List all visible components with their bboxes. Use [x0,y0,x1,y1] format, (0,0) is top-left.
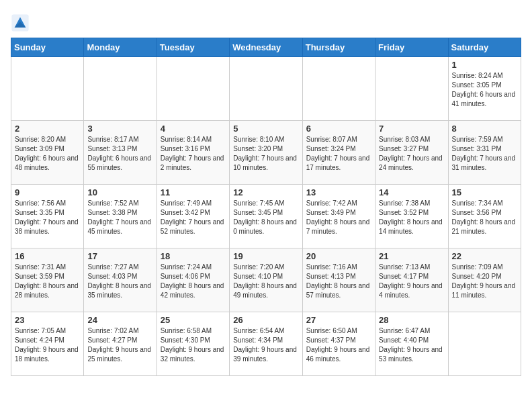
calendar-cell-5-5: 27Sunrise: 6:50 AM Sunset: 4:37 PM Dayli… [302,312,375,376]
day-number: 20 [306,251,371,261]
day-info: Sunrise: 7:05 AM Sunset: 4:24 PM Dayligh… [15,326,80,364]
calendar-cell-5-4: 26Sunrise: 6:54 AM Sunset: 4:34 PM Dayli… [230,312,302,376]
day-number: 4 [161,124,226,134]
day-info: Sunrise: 7:42 AM Sunset: 3:49 PM Dayligh… [306,199,371,236]
calendar-week-2: 2Sunrise: 8:20 AM Sunset: 3:09 PM Daylig… [11,121,521,185]
day-number: 9 [15,187,80,197]
calendar-cell-1-2 [84,57,157,121]
calendar-cell-5-7 [448,312,521,376]
day-info: Sunrise: 7:59 AM Sunset: 3:31 PM Dayligh… [452,135,517,173]
calendar-header-row: SundayMondayTuesdayWednesdayThursdayFrid… [11,38,521,57]
day-number: 25 [161,315,226,325]
calendar-cell-5-3: 25Sunrise: 6:58 AM Sunset: 4:30 PM Dayli… [157,312,229,376]
calendar-cell-1-7: 1Sunrise: 8:24 AM Sunset: 3:05 PM Daylig… [448,57,521,121]
calendar-cell-4-1: 16Sunrise: 7:31 AM Sunset: 3:59 PM Dayli… [11,248,84,312]
calendar-cell-2-1: 2Sunrise: 8:20 AM Sunset: 3:09 PM Daylig… [11,121,84,185]
calendar-cell-5-1: 23Sunrise: 7:05 AM Sunset: 4:24 PM Dayli… [11,312,84,376]
day-info: Sunrise: 8:07 AM Sunset: 3:24 PM Dayligh… [306,135,371,173]
header-monday: Monday [84,38,157,57]
day-number: 17 [87,251,152,261]
header-wednesday: Wednesday [230,38,302,57]
day-number: 13 [306,187,371,197]
day-info: Sunrise: 7:38 AM Sunset: 3:52 PM Dayligh… [379,199,444,236]
calendar-cell-4-4: 19Sunrise: 7:20 AM Sunset: 4:10 PM Dayli… [230,248,302,312]
calendar-cell-4-5: 20Sunrise: 7:16 AM Sunset: 4:13 PM Dayli… [302,248,375,312]
day-number: 6 [306,124,371,134]
day-info: Sunrise: 8:20 AM Sunset: 3:09 PM Dayligh… [15,135,80,173]
calendar-cell-2-3: 4Sunrise: 8:14 AM Sunset: 3:16 PM Daylig… [157,121,229,185]
day-number: 5 [233,124,298,134]
day-info: Sunrise: 8:10 AM Sunset: 3:20 PM Dayligh… [233,135,298,173]
calendar-cell-2-5: 6Sunrise: 8:07 AM Sunset: 3:24 PM Daylig… [302,121,375,185]
calendar-cell-3-3: 11Sunrise: 7:49 AM Sunset: 3:42 PM Dayli… [157,185,229,248]
header-thursday: Thursday [302,38,375,57]
day-info: Sunrise: 7:34 AM Sunset: 3:56 PM Dayligh… [452,199,517,236]
calendar-cell-3-1: 9Sunrise: 7:56 AM Sunset: 3:35 PM Daylig… [11,185,84,248]
calendar-cell-1-4 [230,57,302,121]
day-number: 23 [15,315,80,325]
day-number: 2 [15,124,80,134]
calendar-cell-3-7: 15Sunrise: 7:34 AM Sunset: 3:56 PM Dayli… [448,185,521,248]
day-number: 19 [233,251,298,261]
day-number: 24 [87,315,152,325]
calendar-cell-2-7: 8Sunrise: 7:59 AM Sunset: 3:31 PM Daylig… [448,121,521,185]
calendar-cell-5-2: 24Sunrise: 7:02 AM Sunset: 4:27 PM Dayli… [84,312,157,376]
header-saturday: Saturday [448,38,521,57]
calendar-cell-1-5 [302,57,375,121]
day-number: 21 [379,251,444,261]
calendar-cell-5-6: 28Sunrise: 6:47 AM Sunset: 4:40 PM Dayli… [375,312,448,376]
calendar-cell-3-6: 14Sunrise: 7:38 AM Sunset: 3:52 PM Dayli… [375,185,448,248]
day-info: Sunrise: 7:27 AM Sunset: 4:03 PM Dayligh… [87,263,152,300]
day-info: Sunrise: 6:54 AM Sunset: 4:34 PM Dayligh… [233,326,298,364]
day-info: Sunrise: 7:52 AM Sunset: 3:38 PM Dayligh… [87,199,152,236]
day-info: Sunrise: 7:45 AM Sunset: 3:45 PM Dayligh… [233,199,298,236]
day-info: Sunrise: 8:17 AM Sunset: 3:13 PM Dayligh… [87,135,152,173]
calendar-cell-1-3 [157,57,229,121]
calendar-week-3: 9Sunrise: 7:56 AM Sunset: 3:35 PM Daylig… [11,185,521,248]
day-number: 3 [87,124,152,134]
calendar-week-4: 16Sunrise: 7:31 AM Sunset: 3:59 PM Dayli… [11,248,521,312]
day-info: Sunrise: 6:47 AM Sunset: 4:40 PM Dayligh… [379,326,444,364]
day-info: Sunrise: 7:16 AM Sunset: 4:13 PM Dayligh… [306,263,371,300]
day-number: 22 [452,251,517,261]
calendar-week-5: 23Sunrise: 7:05 AM Sunset: 4:24 PM Dayli… [11,312,521,376]
day-number: 7 [379,124,444,134]
header [11,11,521,32]
day-info: Sunrise: 6:50 AM Sunset: 4:37 PM Dayligh… [306,326,371,364]
calendar-cell-2-4: 5Sunrise: 8:10 AM Sunset: 3:20 PM Daylig… [230,121,302,185]
logo-icon [11,13,30,32]
day-number: 26 [233,315,298,325]
day-number: 15 [452,187,517,197]
day-info: Sunrise: 7:31 AM Sunset: 3:59 PM Dayligh… [15,263,80,300]
day-info: Sunrise: 7:24 AM Sunset: 4:06 PM Dayligh… [161,263,226,300]
calendar-cell-4-7: 22Sunrise: 7:09 AM Sunset: 4:20 PM Dayli… [448,248,521,312]
calendar: SundayMondayTuesdayWednesdayThursdayFrid… [11,38,521,376]
calendar-cell-4-2: 17Sunrise: 7:27 AM Sunset: 4:03 PM Dayli… [84,248,157,312]
day-number: 12 [233,187,298,197]
calendar-cell-3-5: 13Sunrise: 7:42 AM Sunset: 3:49 PM Dayli… [302,185,375,248]
header-sunday: Sunday [11,38,84,57]
calendar-cell-1-6 [375,57,448,121]
day-info: Sunrise: 7:49 AM Sunset: 3:42 PM Dayligh… [161,199,226,236]
header-friday: Friday [375,38,448,57]
logo [11,13,32,32]
day-number: 8 [452,124,517,134]
day-number: 18 [161,251,226,261]
day-info: Sunrise: 7:09 AM Sunset: 4:20 PM Dayligh… [452,263,517,300]
day-number: 11 [161,187,226,197]
calendar-cell-3-4: 12Sunrise: 7:45 AM Sunset: 3:45 PM Dayli… [230,185,302,248]
header-tuesday: Tuesday [157,38,229,57]
calendar-cell-2-2: 3Sunrise: 8:17 AM Sunset: 3:13 PM Daylig… [84,121,157,185]
day-number: 28 [379,315,444,325]
day-info: Sunrise: 6:58 AM Sunset: 4:30 PM Dayligh… [161,326,226,364]
day-info: Sunrise: 7:13 AM Sunset: 4:17 PM Dayligh… [379,263,444,300]
day-number: 1 [452,60,517,70]
calendar-cell-2-6: 7Sunrise: 8:03 AM Sunset: 3:27 PM Daylig… [375,121,448,185]
calendar-cell-3-2: 10Sunrise: 7:52 AM Sunset: 3:38 PM Dayli… [84,185,157,248]
calendar-cell-4-6: 21Sunrise: 7:13 AM Sunset: 4:17 PM Dayli… [375,248,448,312]
day-number: 16 [15,251,80,261]
day-info: Sunrise: 7:56 AM Sunset: 3:35 PM Dayligh… [15,199,80,236]
calendar-cell-1-1 [11,57,84,121]
day-number: 10 [87,187,152,197]
day-number: 14 [379,187,444,197]
